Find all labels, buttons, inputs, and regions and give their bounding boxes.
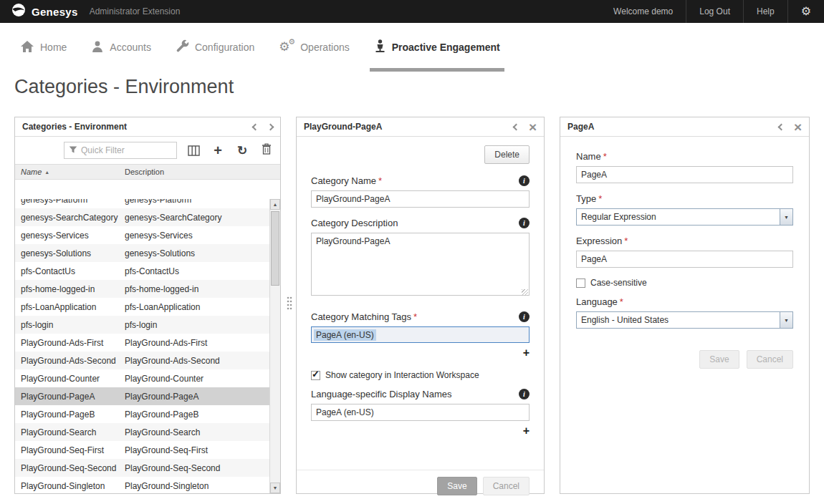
table-row[interactable]: pfs-home-logged-in pfs-home-logged-in bbox=[15, 280, 269, 298]
nav-item-home[interactable]: Home bbox=[20, 23, 67, 72]
page-title: Categories - Environment bbox=[14, 76, 234, 98]
tag-name-input[interactable] bbox=[576, 166, 793, 183]
info-icon[interactable]: i bbox=[519, 311, 530, 322]
table-row[interactable]: pfs-ContactUs pfs-ContactUs bbox=[15, 262, 269, 280]
category-description-textarea[interactable]: PlayGround-PageA bbox=[311, 233, 530, 296]
cancel-button[interactable]: Cancel bbox=[483, 477, 530, 495]
language-select-value: English - United States bbox=[577, 312, 780, 328]
cell-name: pfs-login bbox=[15, 320, 119, 330]
info-icon[interactable]: i bbox=[519, 218, 530, 228]
column-header-name[interactable]: Name ▲ bbox=[15, 168, 119, 176]
quick-filter-input[interactable] bbox=[81, 145, 172, 155]
logout-button[interactable]: Log Out bbox=[686, 0, 743, 23]
language-select[interactable]: English - United States ▼ bbox=[576, 311, 793, 329]
table-row[interactable]: PlayGround-Seq-First PlayGround-Seq-Firs… bbox=[15, 441, 269, 459]
category-name-input[interactable] bbox=[311, 190, 530, 208]
info-icon[interactable]: i bbox=[519, 175, 530, 186]
scroll-down-button[interactable]: ▼ bbox=[270, 483, 280, 493]
category-name-label: Category Name bbox=[311, 175, 376, 186]
show-category-label: Show category in Interaction Workspace bbox=[325, 370, 479, 380]
close-icon[interactable]: × bbox=[794, 120, 802, 134]
nav-item-operations[interactable]: ⚙ ⚙ Operations bbox=[279, 23, 349, 72]
nav-item-proactive-engagement[interactable]: Proactive Engagement bbox=[374, 23, 500, 72]
delete-category-button[interactable] bbox=[259, 142, 274, 158]
plus-icon: + bbox=[214, 143, 222, 158]
tag-detail-panel: PageA × Name * Type * Regular Expression… bbox=[560, 117, 810, 494]
matching-tags-field[interactable]: PageA (en-US) bbox=[311, 326, 530, 343]
delete-button[interactable]: Delete bbox=[484, 145, 530, 164]
table-row[interactable]: PlayGround-Seq-Second PlayGround-Seq-Sec… bbox=[15, 459, 269, 477]
cell-name: genesys-Platform bbox=[15, 199, 119, 205]
table-row[interactable]: PlayGround-Search PlayGround-Search bbox=[15, 423, 269, 441]
expand-right-icon[interactable] bbox=[267, 123, 274, 130]
nav-item-configuration[interactable]: Configuration bbox=[176, 23, 254, 72]
close-icon[interactable]: × bbox=[529, 120, 537, 134]
panel-title: PlayGround-PageA bbox=[304, 122, 382, 132]
info-icon[interactable]: i bbox=[519, 389, 530, 399]
matching-tag-value[interactable]: PageA (en-US) bbox=[314, 329, 376, 341]
nav-item-accounts[interactable]: Accounts bbox=[91, 23, 151, 72]
wrench-icon bbox=[176, 39, 189, 55]
collapse-left-icon[interactable] bbox=[777, 123, 785, 130]
show-category-checkbox[interactable]: ✓ bbox=[311, 371, 320, 380]
display-name-input[interactable] bbox=[311, 404, 530, 421]
cell-name: pfs-home-logged-in bbox=[15, 284, 119, 294]
table-row[interactable]: PlayGround-PageB PlayGround-PageB bbox=[15, 405, 269, 423]
table-row[interactable]: PlayGround-Counter PlayGround-Counter bbox=[15, 369, 269, 387]
display-names-label: Language-specific Display Names bbox=[311, 389, 452, 399]
cell-name: PlayGround-PageA bbox=[15, 392, 119, 402]
column-header-description[interactable]: Description bbox=[119, 168, 164, 176]
table-row[interactable]: genesys-Platform genesys-Platform bbox=[15, 199, 269, 208]
help-button[interactable]: Help bbox=[743, 0, 787, 23]
textarea-resize-handle[interactable] bbox=[522, 289, 528, 296]
vertical-scrollbar[interactable]: ▲ ▼ bbox=[269, 199, 280, 493]
refresh-button[interactable]: ↻ bbox=[234, 142, 250, 158]
quick-filter-box[interactable] bbox=[64, 142, 177, 159]
nav-item-label: Configuration bbox=[195, 42, 254, 53]
save-button[interactable]: Save bbox=[699, 350, 739, 369]
settings-button[interactable]: ⚙ bbox=[787, 0, 824, 23]
expression-input[interactable] bbox=[576, 251, 793, 268]
case-sensitive-checkbox[interactable] bbox=[576, 278, 585, 288]
cell-description: pfs-login bbox=[119, 320, 269, 330]
table-row[interactable]: genesys-SearchCategory genesys-SearchCat… bbox=[15, 208, 269, 226]
trash-icon bbox=[262, 143, 272, 158]
type-select[interactable]: Regular Expression ▼ bbox=[576, 208, 793, 226]
collapse-left-icon[interactable] bbox=[252, 123, 259, 130]
cell-description: PlayGround-Singleton bbox=[119, 481, 269, 491]
scroll-down-icon: ▼ bbox=[273, 485, 278, 490]
required-marker: * bbox=[624, 236, 628, 246]
column-picker-button[interactable] bbox=[186, 142, 201, 158]
cancel-button[interactable]: Cancel bbox=[747, 350, 793, 369]
table-row[interactable]: PlayGround-Ads-First PlayGround-Ads-Firs… bbox=[15, 334, 269, 352]
cell-description: PlayGround-PageB bbox=[119, 410, 269, 420]
scrollbar-thumb[interactable] bbox=[271, 211, 279, 286]
add-display-name-button[interactable]: + bbox=[523, 425, 530, 437]
table-row[interactable]: genesys-Solutions genesys-Solutions bbox=[15, 244, 269, 262]
main-nav: Home Accounts Configuration ⚙ ⚙ Operatio… bbox=[0, 23, 824, 72]
gear-icon: ⚙ bbox=[801, 6, 811, 17]
scroll-up-button[interactable]: ▲ bbox=[270, 199, 280, 210]
save-button[interactable]: Save bbox=[437, 477, 476, 495]
cell-name: genesys-SearchCategory bbox=[15, 213, 119, 223]
table-row[interactable]: PlayGround-Ads-Second PlayGround-Ads-Sec… bbox=[15, 352, 269, 369]
required-marker: * bbox=[620, 296, 623, 307]
dropdown-arrow-icon[interactable]: ▼ bbox=[780, 209, 792, 225]
cell-description: PlayGround-PageA bbox=[119, 392, 269, 402]
table-row[interactable]: genesys-Services genesys-Services bbox=[15, 226, 269, 244]
table-row[interactable]: PlayGround-Singleton PlayGround-Singleto… bbox=[15, 477, 269, 493]
collapse-left-icon[interactable] bbox=[512, 123, 519, 130]
expression-label: Expression bbox=[576, 236, 622, 246]
panel-title: Categories - Environment bbox=[22, 122, 127, 132]
cell-description: genesys-SearchCategory bbox=[119, 213, 269, 223]
dropdown-arrow-icon[interactable]: ▼ bbox=[780, 312, 792, 328]
cell-name: PlayGround-Search bbox=[15, 427, 119, 437]
table-row[interactable]: PlayGround-PageA PlayGround-PageA bbox=[15, 387, 269, 405]
panel-splitter-handle[interactable] bbox=[284, 294, 295, 313]
table-row[interactable]: pfs-login pfs-login bbox=[15, 316, 269, 334]
add-category-button[interactable]: + bbox=[210, 142, 226, 158]
cell-name: PlayGround-Ads-First bbox=[15, 338, 119, 348]
add-tag-button[interactable]: + bbox=[523, 347, 530, 359]
accounts-icon bbox=[91, 40, 104, 55]
table-row[interactable]: pfs-LoanApplication pfs-LoanApplication bbox=[15, 298, 269, 316]
